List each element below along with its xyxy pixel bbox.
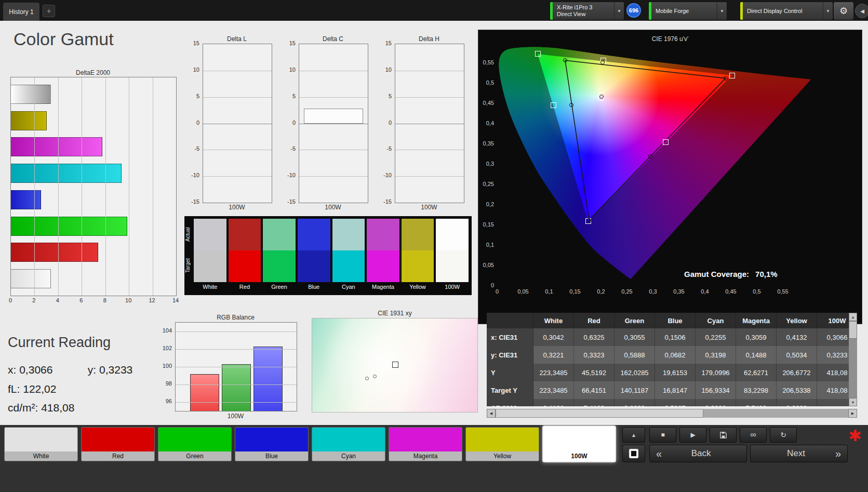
gridline-10 [395,71,464,71]
scroll-right-button[interactable]: ▶ [848,409,857,418]
swatch-column-blue: Blue [298,219,330,295]
gridline--5 [203,150,272,150]
pattern-label-red: Red [82,451,154,461]
pattern-up-button[interactable]: ▲ [622,427,645,443]
ytick--5: -5 [279,145,296,152]
next-button[interactable]: Next » [750,445,848,462]
swatch-label-white: White [194,282,226,292]
pattern-label-magenta: Magenta [389,451,462,461]
delta-h-title: Delta H [395,35,463,43]
table-header-cell: Cyan [696,313,736,328]
delta-c-chart: 151050-5-10-15 [279,44,367,202]
refresh-button[interactable]: ↻ [770,427,797,443]
delta-l-title: Delta L [203,35,271,43]
play-button[interactable]: ▶ [679,427,706,443]
gridline-5 [299,97,368,98]
cie-measured-blue [587,218,591,222]
table-horizontal-scrollbar[interactable]: ◀ ▶ [487,409,857,418]
plus-icon: + [47,7,51,15]
meter-dropdown[interactable]: X-Rite i1Pro 3 Direct View ▼ [550,2,624,20]
stop-button[interactable]: ■ [649,427,676,443]
source-dropdown[interactable]: Mobile Forge ▼ [648,2,727,20]
cie1931-circle-marker [365,377,369,380]
save-button[interactable] [710,427,737,443]
deltae-xtick-4: 4 [56,297,59,303]
deltae-bar-green [11,217,127,236]
gamut-coverage-label: Gamut Coverage: [684,270,749,278]
scroll-up-button[interactable]: ▲ [849,313,857,321]
fl-label: fL: [8,383,20,395]
pattern-swatch-cyan [312,428,385,451]
scroll-down-button[interactable]: ▼ [849,398,857,406]
vertical-scroll-thumb[interactable] [849,321,857,339]
swatch-column-white: White [194,219,226,295]
scroll-down-icon: ▼ [851,401,855,404]
swatch-target-cyan [332,250,365,282]
swatch-target-red [229,250,261,282]
back-button-label: Back [691,448,711,459]
ytick-5: 5 [279,93,296,99]
pattern-button-cyan[interactable]: Cyan [312,427,385,461]
cie-ytick-0,35: 0,35 [479,140,494,147]
ytick--5: -5 [375,145,392,152]
table-cell: 45,5192 [574,364,615,381]
swatch-label-yellow: Yellow [402,282,434,292]
table-cell: 206,5338 [777,381,817,399]
deltae-plot [10,77,177,296]
add-tab-button[interactable]: + [43,5,55,17]
cie-ytick-0,4: 0,4 [479,120,494,126]
pattern-button-100w[interactable]: 100W [542,425,616,462]
deltae-bar-blue [11,190,41,209]
pattern-swatch-100w [543,427,615,451]
cie-ytick-0,3: 0,3 [479,161,494,167]
next-button-label: Next [787,448,805,459]
scroll-left-button[interactable]: ◀ [487,409,496,418]
gridline-102 [176,349,297,350]
collapse-panel-button[interactable]: ◀ [855,4,868,18]
table-row-target-y: Target Y223,348566,4151140,118716,814715… [487,381,857,399]
pattern-button-red[interactable]: Red [81,427,155,461]
pattern-button-blue[interactable]: Blue [235,427,309,461]
table-cell: 156,9334 [696,381,736,399]
delta-l-xlabel: 100W [203,204,271,211]
deltae-bar-yellow [11,111,47,130]
deltae-xtick-6: 6 [79,297,83,303]
horizontal-scroll-thumb[interactable] [496,409,703,418]
delta-c-title: Delta C [299,35,367,43]
swatch-column-magenta: Magenta [367,219,399,295]
pattern-button-green[interactable]: Green [158,427,232,461]
swatch-target-magenta [367,250,399,282]
back-button[interactable]: « Back [649,445,747,462]
swatch-actual-yellow [402,219,434,250]
deltae-bar-white [11,85,51,104]
pattern-label-cyan: Cyan [312,451,385,461]
swatch-target-blue [298,250,330,282]
pattern-button-magenta[interactable]: Magenta [389,427,462,461]
pattern-label-blue: Blue [235,451,308,461]
table-cell: 19,6153 [655,364,696,381]
history-tab[interactable]: History 1 [3,3,39,21]
cie-xtick-0: 0 [496,288,499,295]
cie-target-magenta [663,139,669,145]
cie1976-panel: CIE 1976 u'v' Gamut Coverage: 70,1% 00,0… [478,30,862,324]
cd-value: 418,08 [41,402,74,414]
pattern-button-yellow[interactable]: Yellow [465,427,539,461]
swatch-actual-green [263,219,296,250]
table-vertical-scrollbar[interactable]: ▲ ▼ [849,313,857,406]
deltae-xtick-2: 2 [32,297,35,303]
display-control-dropdown[interactable]: Direct Display Control ▼ [740,2,833,20]
deltae-xtick-0: 0 [9,297,12,303]
table-header-cell: Magenta [736,313,777,328]
table-content: WhiteRedGreenBlueCyanMagentaYellow100Wx:… [487,313,857,406]
settings-button[interactable]: ⚙ [833,2,854,20]
continuous-measure-button[interactable]: ∞ [740,427,767,443]
swatch-label-blue: Blue [298,282,330,292]
cie-target-red [729,73,735,78]
swatch-target-green [263,250,296,282]
scroll-track[interactable] [703,409,848,418]
pattern-button-white[interactable]: White [4,427,78,461]
deltae-bar-magenta [11,137,102,156]
gridline--10 [395,176,464,177]
current-reading-title: Current Reading [8,335,111,351]
pattern-window-button[interactable] [622,445,645,462]
